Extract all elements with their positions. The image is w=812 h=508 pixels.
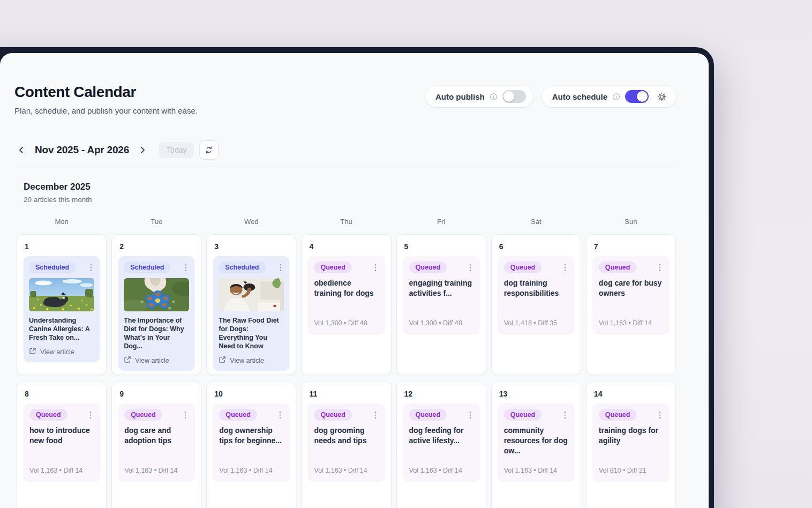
article-meta: Vol 1,163 • Diff 14 — [599, 319, 663, 328]
kebab-menu-icon[interactable] — [183, 263, 189, 273]
article-card[interactable]: Queueddog ownership tips for beginne...V… — [213, 404, 289, 481]
kebab-menu-icon[interactable] — [657, 263, 663, 273]
day-cell: 6Queueddog training responsibilitiesVol … — [491, 234, 581, 375]
app-header: Content Calendar Plan, schedule, and pub… — [14, 83, 676, 116]
article-title: engaging training activities f... — [409, 278, 473, 298]
kebab-menu-icon[interactable] — [277, 410, 283, 420]
kebab-menu-icon[interactable] — [657, 410, 663, 420]
day-number: 6 — [499, 242, 574, 251]
kebab-menu-icon[interactable] — [562, 410, 568, 420]
article-meta: Vol 1,163 • Diff 14 — [504, 467, 568, 475]
today-button[interactable]: Today — [159, 142, 194, 158]
kebab-menu-icon[interactable] — [467, 410, 473, 420]
info-icon[interactable] — [612, 93, 620, 101]
day-number: 3 — [214, 242, 289, 251]
auto-publish-toggle[interactable] — [502, 90, 526, 103]
kebab-menu-icon[interactable] — [87, 410, 94, 420]
article-title: Understanding Canine Allergies: A Fresh … — [29, 316, 94, 342]
card-header-row: Queued — [599, 262, 663, 273]
article-meta: Vol 1,418 • Diff 35 — [504, 319, 568, 328]
view-article-link[interactable]: View article — [29, 347, 94, 356]
external-link-icon — [29, 347, 36, 356]
day-number: 9 — [119, 390, 194, 398]
kebab-menu-icon[interactable] — [372, 263, 379, 273]
article-meta: Vol 1,163 • Diff 14 — [29, 467, 94, 475]
app-screen: Content Calendar Plan, schedule, and pub… — [0, 53, 709, 508]
article-card[interactable]: ScheduledThe Raw Food Diet for Dogs: Eve… — [213, 256, 289, 370]
view-article-link[interactable]: View article — [219, 356, 284, 365]
auto-schedule-label: Auto schedule — [552, 92, 607, 101]
article-meta: Vol 810 • Diff 21 — [599, 467, 663, 475]
auto-schedule-toggle[interactable] — [625, 90, 649, 103]
day-number: 2 — [119, 242, 194, 251]
calendar-grid: 1ScheduledUnderstanding Canine Allergies… — [17, 234, 676, 508]
device-frame: Content Calendar Plan, schedule, and pub… — [0, 47, 714, 508]
article-card[interactable]: Queueddog training responsibilitiesVol 1… — [498, 256, 574, 333]
article-card[interactable]: Queueddog grooming needs and tipsVol 1,1… — [308, 404, 384, 481]
toggle-knob — [637, 91, 648, 102]
article-title: The Raw Food Diet for Dogs: Everything Y… — [219, 316, 284, 350]
status-badge: Queued — [409, 262, 447, 273]
article-meta: Vol 1,163 • Diff 14 — [409, 467, 473, 475]
next-month-button[interactable] — [136, 143, 149, 157]
day-cell: 10Queueddog ownership tips for beginne..… — [206, 382, 296, 508]
kebab-menu-icon[interactable] — [88, 263, 94, 273]
view-article-label: View article — [135, 357, 169, 364]
day-cell: 9Queueddog care and adoption tipsVol 1,1… — [111, 382, 201, 508]
card-header-row: Queued — [314, 262, 378, 273]
article-card[interactable]: Queuedhow to introduce new foodVol 1,163… — [24, 404, 100, 481]
day-cell: 2ScheduledThe Importance of Diet for Dog… — [111, 234, 201, 375]
view-article-link[interactable]: View article — [124, 356, 189, 365]
day-number: 5 — [404, 242, 479, 251]
article-card[interactable]: Queuedengaging training activities f...V… — [403, 256, 479, 333]
day-cell: 7Queueddog care for busy ownersVol 1,163… — [586, 234, 676, 375]
article-card[interactable]: Queuedtraining dogs for agilityVol 810 •… — [593, 404, 669, 481]
card-header-row: Scheduled — [124, 262, 189, 273]
toggle-knob — [503, 91, 514, 102]
refresh-icon[interactable] — [199, 140, 219, 160]
card-header-row: Queued — [314, 409, 378, 421]
day-cell: 12Queueddog feeding for active lifesty..… — [396, 382, 486, 508]
kebab-menu-icon[interactable] — [562, 263, 568, 273]
kebab-menu-icon[interactable] — [467, 263, 473, 273]
article-card[interactable]: Queuedcommunity resources for dog ow...V… — [498, 404, 574, 481]
article-meta: Vol 1,300 • Diff 48 — [409, 319, 473, 328]
weekday-label: Wed — [206, 218, 296, 226]
month-title: December 2025 — [24, 182, 676, 192]
article-title: The Importance of Diet for Dogs: Why Wha… — [124, 316, 189, 350]
day-number: 8 — [25, 390, 100, 398]
kebab-menu-icon[interactable] — [277, 263, 284, 273]
day-cell: 13Queuedcommunity resources for dog ow..… — [491, 382, 581, 508]
article-card[interactable]: Queueddog care for busy ownersVol 1,163 … — [593, 256, 669, 333]
weekday-label: Sun — [586, 218, 676, 226]
article-card[interactable]: Queueddog care and adoption tipsVol 1,16… — [118, 404, 194, 481]
card-header-row: Queued — [124, 409, 189, 421]
day-number: 7 — [594, 242, 669, 251]
article-card[interactable]: Queuedobedience training for dogsVol 1,3… — [308, 256, 384, 333]
article-card[interactable]: ScheduledUnderstanding Canine Allergies:… — [24, 256, 100, 362]
status-badge: Scheduled — [29, 262, 76, 273]
gear-icon[interactable] — [655, 89, 668, 103]
prev-month-button[interactable] — [14, 143, 28, 157]
page-subtitle: Plan, schedule, and publish your content… — [14, 106, 198, 116]
article-title: community resources for dog ow... — [504, 425, 568, 456]
day-cell: 11Queueddog grooming needs and tipsVol 1… — [301, 382, 391, 508]
day-number: 10 — [214, 390, 289, 398]
article-thumbnail — [124, 278, 189, 311]
card-header-row: Queued — [409, 262, 473, 273]
article-card[interactable]: Queueddog feeding for active lifesty...V… — [403, 404, 479, 481]
auto-schedule-pill: Auto schedule — [542, 86, 676, 107]
info-icon[interactable] — [490, 93, 498, 101]
external-link-icon — [219, 356, 226, 365]
kebab-menu-icon[interactable] — [372, 410, 379, 420]
day-number: 1 — [25, 242, 100, 251]
day-number: 12 — [404, 390, 479, 398]
divider — [14, 167, 676, 167]
kebab-menu-icon[interactable] — [182, 410, 189, 420]
article-thumbnail — [219, 278, 284, 311]
article-card[interactable]: ScheduledThe Importance of Diet for Dogs… — [118, 256, 194, 370]
status-badge: Scheduled — [124, 262, 170, 273]
article-meta: Vol 1,163 • Diff 14 — [219, 467, 283, 475]
day-cell: 5Queuedengaging training activities f...… — [396, 234, 486, 375]
auto-publish-label: Auto publish — [435, 92, 485, 101]
